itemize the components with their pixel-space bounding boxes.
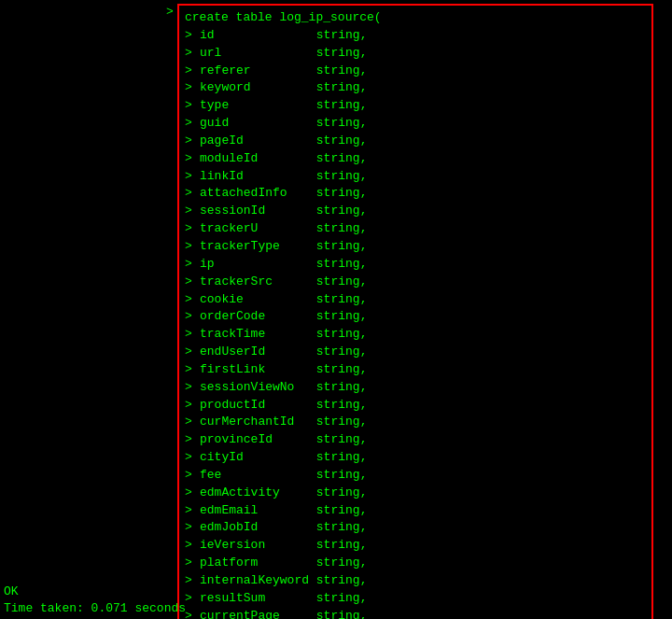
time-line: Time taken: 0.071 seconds [4, 601, 186, 615]
field-line: >resultSum string, [185, 590, 646, 608]
field-name: orderCode string, [200, 308, 367, 326]
field-line: >fee string, [185, 467, 646, 485]
field-line: >platform string, [185, 555, 646, 572]
field-name: trackerType string, [200, 238, 367, 256]
field-name: fee string, [200, 467, 367, 485]
time-taken: Time taken: 0.071 seconds [4, 601, 186, 615]
field-line: >attachedInfo string, [185, 185, 646, 203]
field-name: edmEmail string, [200, 502, 367, 520]
field-name: edmJobId string, [200, 519, 367, 537]
field-line: >sessionId string, [185, 203, 646, 220]
field-line: >cityId string, [185, 449, 646, 467]
field-prompt: > [185, 449, 198, 467]
field-line: >cookie string, [185, 291, 646, 309]
field-line: >endUserId string, [185, 344, 646, 361]
field-line: >orderCode string, [185, 308, 646, 326]
field-prompt: > [185, 308, 198, 326]
field-prompt: > [185, 79, 198, 97]
field-line: >pageId string, [185, 133, 646, 150]
field-name: internalKeyword string, [200, 572, 367, 590]
field-prompt: > [185, 238, 198, 256]
field-line: >ip string, [185, 256, 646, 274]
field-prompt: > [185, 379, 198, 397]
field-line: >keyword string, [185, 79, 646, 97]
field-line: >productId string, [185, 397, 646, 415]
field-line: >trackerType string, [185, 238, 646, 256]
field-line: >url string, [185, 45, 646, 63]
field-line: >ieVersion string, [185, 537, 646, 555]
field-prompt: > [185, 608, 198, 619]
field-name: pageId string, [200, 133, 367, 150]
field-line: >type string, [185, 97, 646, 115]
field-line: >firstLink string, [185, 361, 646, 379]
field-prompt: > [185, 361, 198, 379]
field-prompt: > [185, 63, 198, 80]
field-line: >curMerchantId string, [185, 414, 646, 431]
field-prompt: > [185, 185, 198, 203]
field-name: referer string, [200, 63, 367, 80]
field-name: resultSum string, [200, 590, 367, 608]
field-name: platform string, [200, 555, 367, 572]
status-line: OK [4, 584, 19, 598]
field-line: >internalKeyword string, [185, 572, 646, 590]
header-text: create table log_ip_source( [185, 9, 382, 27]
field-prompt: > [185, 150, 198, 168]
field-name: type string, [200, 97, 367, 115]
field-line: >currentPage string, [185, 608, 646, 619]
field-name: guid string, [200, 115, 367, 133]
field-prompt: > [185, 414, 198, 431]
field-prompt: > [185, 467, 198, 485]
field-prompt: > [185, 431, 198, 449]
field-name: sessionId string, [200, 203, 367, 220]
field-prompt: > [185, 168, 198, 186]
field-prompt: > [185, 485, 198, 502]
field-prompt: > [185, 397, 198, 415]
field-name: cookie string, [200, 291, 367, 309]
field-prompt: > [185, 220, 198, 238]
field-line: >moduleId string, [185, 150, 646, 168]
field-prompt: > [185, 115, 198, 133]
fields-container: >id string,>url string,>referer string,>… [185, 27, 646, 619]
field-prompt: > [185, 97, 198, 115]
field-name: ip string, [200, 256, 367, 274]
field-prompt: > [185, 344, 198, 361]
field-name: keyword string, [200, 79, 367, 97]
code-block: create table log_ip_source( >id string,>… [177, 4, 653, 619]
header-line: create table log_ip_source( [185, 9, 646, 27]
field-line: >trackTime string, [185, 326, 646, 344]
field-line: >provinceId string, [185, 431, 646, 449]
field-line: >referer string, [185, 63, 646, 80]
field-name: trackerSrc string, [200, 274, 367, 291]
field-line: >id string, [185, 27, 646, 45]
field-name: curMerchantId string, [200, 414, 367, 431]
field-line: >linkId string, [185, 168, 646, 186]
field-name: firstLink string, [200, 361, 367, 379]
field-prompt: > [185, 572, 198, 590]
field-name: linkId string, [200, 168, 367, 186]
field-line: >edmActivity string, [185, 485, 646, 502]
field-name: currentPage string, [200, 608, 367, 619]
field-prompt: > [185, 27, 198, 45]
field-name: trackerU string, [200, 220, 367, 238]
field-line: >guid string, [185, 115, 646, 133]
field-line: >trackerSrc string, [185, 274, 646, 291]
field-name: url string, [200, 45, 367, 63]
field-prompt: > [185, 555, 198, 572]
field-line: >edmEmail string, [185, 502, 646, 520]
field-line: >trackerU string, [185, 220, 646, 238]
terminal: > create table log_ip_source( >id string… [0, 0, 672, 619]
field-prompt: > [185, 45, 198, 63]
field-name: provinceId string, [200, 431, 367, 449]
field-prompt: > [185, 256, 198, 274]
top-prompt-arrow: > [166, 5, 174, 19]
field-name: endUserId string, [200, 344, 367, 361]
field-prompt: > [185, 274, 198, 291]
field-prompt: > [185, 133, 198, 150]
field-name: sessionViewNo string, [200, 379, 367, 397]
field-name: productId string, [200, 397, 367, 415]
field-line: >edmJobId string, [185, 519, 646, 537]
field-name: id string, [200, 27, 367, 45]
field-line: >sessionViewNo string, [185, 379, 646, 397]
field-name: trackTime string, [200, 326, 367, 344]
field-name: ieVersion string, [200, 537, 367, 555]
